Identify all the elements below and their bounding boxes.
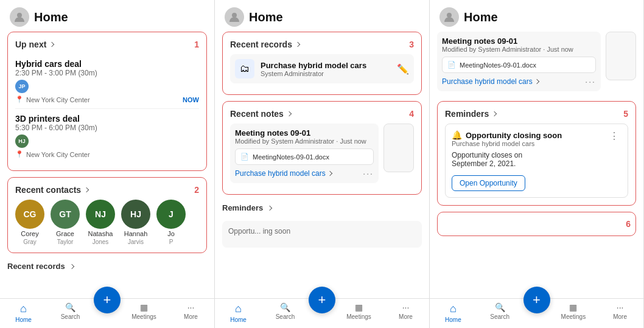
bottom-nav: + ⌂ Home 🔍 Search ▦ Meetings ··· More (430, 298, 643, 328)
reminder-menu[interactable]: ⋮ (607, 130, 621, 142)
more-options[interactable]: ··· (585, 77, 596, 86)
contact-avatar: J (156, 200, 186, 229)
event-item[interactable]: 3D printers deal 5:30 PM - 6:00 PM (30m)… (15, 109, 199, 163)
reminder-body: Opportunity closes onSeptember 2, 2021. (452, 151, 621, 168)
panel-1-header: Home (0, 0, 214, 32)
event-user-dot: HJ (15, 134, 29, 148)
note-link[interactable]: Purchase hybrid model cars (235, 169, 332, 178)
chevron[interactable] (295, 42, 300, 47)
nav-meetings[interactable]: ▦ Meetings (550, 302, 597, 323)
contact-item[interactable]: J Jo P (156, 200, 186, 245)
nav-search[interactable]: 🔍 Search (262, 302, 309, 323)
reminders-link[interactable]: Reminders (222, 201, 422, 215)
contacts-number: 2 (194, 185, 199, 195)
contact-avatar: CG (15, 200, 44, 229)
nav-search[interactable]: 🔍 Search (47, 302, 94, 323)
nav-home[interactable]: ⌂ Home (215, 302, 262, 323)
home-icon: ⌂ (235, 302, 242, 315)
recent-records-chevron[interactable] (69, 263, 74, 268)
section-number: 4 (409, 109, 414, 119)
up-next-chevron[interactable] (49, 42, 54, 47)
panel-3-header: Home (430, 0, 643, 32)
recent-notes-title: Recent notes (230, 109, 291, 119)
up-next-title: Up next (15, 40, 54, 49)
partial-note-card (383, 124, 414, 172)
reminders-chevron[interactable] (492, 111, 497, 116)
nav-more-label: More (399, 313, 413, 320)
nav-search[interactable]: 🔍 Search (477, 302, 523, 323)
reminder-title: Opportunity closing soon (466, 131, 562, 140)
note-file: 📄 MeetingNotes-09-01.docx (235, 148, 374, 165)
svg-point-2 (447, 13, 452, 18)
reminders-title: Reminders (445, 109, 496, 119)
panel-2: Home Recent records 3 🗂 Purchase hybrid … (215, 0, 430, 328)
chevron[interactable] (287, 111, 292, 116)
contact-avatar: HJ (121, 200, 150, 229)
page-title: Home (34, 10, 68, 24)
contact-item[interactable]: HJ Hannah Jarvis (121, 200, 150, 245)
recent-notes-section: Recent notes 4 Meeting notes 09-01 Modif… (222, 101, 422, 195)
section-6-number: 6 (626, 219, 631, 229)
event-item[interactable]: Hybrid cars deal 2:30 PM - 3:00 PM (30m)… (15, 54, 199, 109)
more-icon: ··· (402, 302, 410, 312)
file-name: MeetingNotes-09-01.docx (253, 153, 329, 161)
nav-meetings-label: Meetings (561, 313, 586, 320)
edit-icon[interactable]: ✏️ (397, 63, 409, 75)
file-icon: 📄 (447, 61, 456, 69)
up-next-section: Up next 1 Hybrid cars deal 2:30 PM - 3:0… (7, 32, 207, 171)
now-badge: NOW (183, 96, 199, 103)
bottom-nav: + ⌂ Home 🔍 Search ▦ Meetings ··· More (215, 298, 429, 328)
recent-records-label: Recent records (7, 262, 65, 271)
nav-home[interactable]: ⌂ Home (0, 302, 47, 323)
more-icon: ··· (617, 302, 624, 312)
nav-home-label: Home (15, 316, 32, 323)
contact-first: Natasha (88, 230, 113, 237)
contact-last: Jones (93, 239, 109, 245)
contact-item[interactable]: NJ Natasha Jones (86, 200, 115, 245)
nav-search-label: Search (490, 313, 509, 320)
reminders-chevron[interactable] (267, 205, 272, 210)
panel-2-header: Home (215, 0, 429, 32)
more-options[interactable]: ··· (363, 169, 374, 178)
nav-more-label: More (613, 313, 627, 320)
panel-3: Home Meeting notes 09-01 Modified by Sys… (430, 0, 644, 328)
reminder-item[interactable]: 🔔 Opportunity closing soon Purchase hybr… (445, 124, 628, 198)
record-item[interactable]: 🗂 Purchase hybrid model cars System Admi… (230, 54, 414, 83)
partial-reminder: Opportu... ing soon (222, 221, 422, 248)
fab-button[interactable]: + (309, 287, 335, 313)
contact-first: Hannah (124, 230, 148, 237)
nav-more[interactable]: ··· More (167, 302, 214, 323)
file-name: MeetingNotes-09-01.docx (460, 61, 536, 69)
link-chevron (534, 79, 539, 84)
note-link[interactable]: Purchase hybrid model cars (442, 77, 539, 86)
event-location: 📍 New York City Center (15, 96, 90, 103)
fab-button[interactable]: + (94, 287, 121, 313)
svg-point-1 (232, 13, 237, 18)
more-icon: ··· (187, 302, 195, 312)
up-next-number: 1 (194, 40, 199, 49)
note-title: Meeting notes 09-01 (442, 37, 596, 46)
nav-meetings[interactable]: ▦ Meetings (121, 302, 167, 323)
home-icon: ⌂ (450, 302, 457, 315)
open-opportunity-button[interactable]: Open Opportunity (452, 175, 525, 191)
fab-button[interactable]: + (523, 287, 550, 313)
file-icon: 📄 (240, 153, 249, 161)
panel-1: Home Up next 1 Hybrid cars deal 2:30 PM … (0, 0, 215, 328)
nav-more[interactable]: ··· More (382, 302, 429, 323)
nav-home[interactable]: ⌂ Home (430, 302, 477, 323)
note-sub: Modified by System Administrator · Just … (235, 138, 374, 145)
contact-first: Grace (56, 230, 74, 237)
contact-item[interactable]: CG Corey Gray (15, 200, 44, 245)
note-title: Meeting notes 09-01 (235, 128, 374, 138)
nav-meetings[interactable]: ▦ Meetings (335, 302, 382, 323)
contact-item[interactable]: GT Grace Taylor (51, 200, 80, 245)
contacts-chevron[interactable] (84, 187, 89, 192)
meetings-icon: ▦ (569, 302, 577, 312)
note-item[interactable]: Meeting notes 09-01 Modified by System A… (230, 124, 379, 183)
nav-meetings-label: Meetings (131, 313, 156, 320)
recent-records-link[interactable]: Recent records (7, 259, 207, 273)
svg-point-0 (17, 13, 22, 18)
nav-more[interactable]: ··· More (597, 302, 643, 323)
note-item[interactable]: Meeting notes 09-01 Modified by System A… (437, 32, 601, 91)
contact-avatar: GT (51, 200, 80, 229)
